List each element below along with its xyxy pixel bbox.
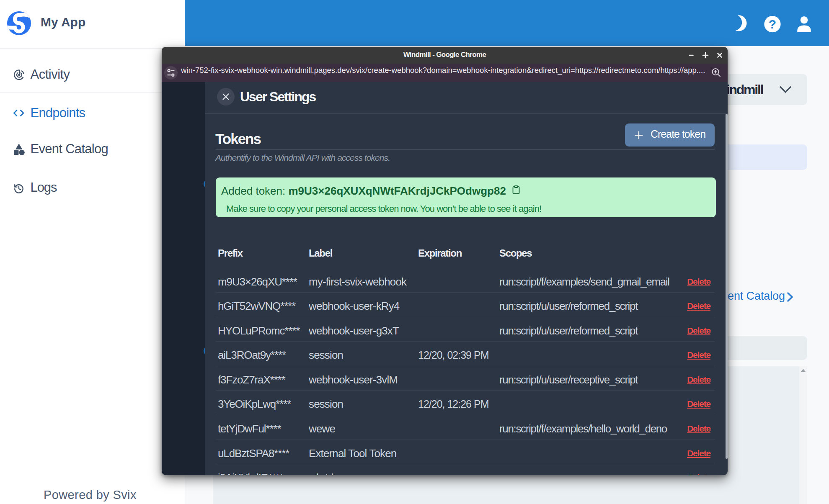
svg-text:?: ? xyxy=(769,17,776,31)
